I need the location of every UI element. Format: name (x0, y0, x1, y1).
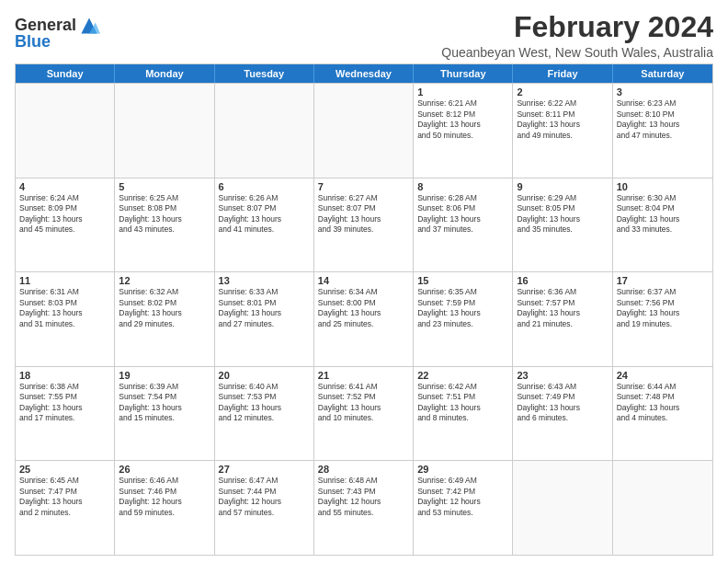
page: General Blue February 2024 Queanbeyan We… (0, 0, 728, 563)
day-info: Sunrise: 6:40 AMSunset: 7:53 PMDaylight:… (219, 382, 310, 424)
day-info: Sunrise: 6:27 AMSunset: 8:07 PMDaylight:… (318, 193, 409, 236)
day-number: 9 (517, 181, 608, 192)
calendar-week: 4Sunrise: 6:24 AMSunset: 8:09 PMDaylight… (16, 178, 712, 272)
calendar-header-cell: Thursday (414, 64, 513, 83)
calendar-cell: 29Sunrise: 6:49 AMSunset: 7:42 PMDayligh… (414, 461, 513, 555)
calendar-cell: 26Sunrise: 6:46 AMSunset: 7:46 PMDayligh… (115, 461, 214, 555)
calendar-cell: 1Sunrise: 6:21 AMSunset: 8:12 PMDaylight… (414, 84, 513, 178)
day-info: Sunrise: 6:46 AMSunset: 7:46 PMDaylight:… (119, 476, 210, 518)
calendar-cell: 17Sunrise: 6:37 AMSunset: 7:56 PMDayligh… (613, 272, 712, 366)
day-info: Sunrise: 6:44 AMSunset: 7:48 PMDaylight:… (617, 382, 709, 424)
calendar-cell: 27Sunrise: 6:47 AMSunset: 7:44 PMDayligh… (215, 461, 314, 555)
calendar-cell: 23Sunrise: 6:43 AMSunset: 7:49 PMDayligh… (513, 367, 612, 461)
calendar-cell: 19Sunrise: 6:39 AMSunset: 7:54 PMDayligh… (115, 367, 214, 461)
day-number: 27 (219, 464, 310, 475)
calendar-cell: 13Sunrise: 6:33 AMSunset: 8:01 PMDayligh… (215, 272, 314, 366)
day-number: 29 (417, 464, 508, 475)
day-info: Sunrise: 6:26 AMSunset: 8:07 PMDaylight:… (219, 193, 310, 236)
day-number: 1 (417, 86, 508, 98)
day-number: 24 (617, 370, 709, 381)
calendar-cell: 12Sunrise: 6:32 AMSunset: 8:02 PMDayligh… (115, 272, 214, 366)
calendar-week: 1Sunrise: 6:21 AMSunset: 8:12 PMDaylight… (16, 83, 712, 178)
day-number: 20 (219, 370, 310, 381)
calendar-cell: 14Sunrise: 6:34 AMSunset: 8:00 PMDayligh… (314, 272, 414, 366)
day-info: Sunrise: 6:31 AMSunset: 8:03 PMDaylight:… (19, 287, 110, 329)
calendar-header-cell: Sunday (16, 64, 115, 83)
day-info: Sunrise: 6:32 AMSunset: 8:02 PMDaylight:… (119, 287, 210, 329)
day-info: Sunrise: 6:21 AMSunset: 8:12 PMDaylight:… (417, 98, 508, 141)
day-info: Sunrise: 6:37 AMSunset: 7:56 PMDaylight:… (617, 287, 709, 329)
day-number: 11 (19, 275, 110, 286)
calendar-cell (115, 84, 214, 178)
calendar-cell (215, 84, 314, 178)
calendar-cell (513, 461, 612, 555)
calendar-cell: 15Sunrise: 6:35 AMSunset: 7:59 PMDayligh… (414, 272, 513, 366)
day-number: 28 (318, 464, 409, 475)
logo-icon (78, 15, 100, 37)
day-info: Sunrise: 6:30 AMSunset: 8:04 PMDaylight:… (617, 193, 709, 236)
calendar-week: 18Sunrise: 6:38 AMSunset: 7:55 PMDayligh… (16, 366, 712, 461)
day-number: 4 (19, 181, 110, 192)
calendar-header-cell: Monday (115, 64, 214, 83)
day-info: Sunrise: 6:45 AMSunset: 7:47 PMDaylight:… (19, 476, 110, 518)
day-number: 17 (617, 275, 709, 286)
calendar-cell: 3Sunrise: 6:23 AMSunset: 8:10 PMDaylight… (613, 84, 712, 178)
calendar-cell: 18Sunrise: 6:38 AMSunset: 7:55 PMDayligh… (16, 367, 115, 461)
day-info: Sunrise: 6:43 AMSunset: 7:49 PMDaylight:… (517, 382, 608, 424)
day-info: Sunrise: 6:39 AMSunset: 7:54 PMDaylight:… (119, 382, 210, 424)
day-number: 6 (219, 181, 310, 192)
day-info: Sunrise: 6:38 AMSunset: 7:55 PMDaylight:… (19, 382, 110, 424)
day-info: Sunrise: 6:49 AMSunset: 7:42 PMDaylight:… (417, 476, 508, 518)
day-info: Sunrise: 6:24 AMSunset: 8:09 PMDaylight:… (19, 193, 110, 236)
day-number: 8 (417, 181, 508, 192)
calendar-cell: 16Sunrise: 6:36 AMSunset: 7:57 PMDayligh… (513, 272, 612, 366)
day-info: Sunrise: 6:25 AMSunset: 8:08 PMDaylight:… (119, 193, 210, 236)
day-info: Sunrise: 6:29 AMSunset: 8:05 PMDaylight:… (517, 193, 608, 236)
subtitle: Queanbeyan West, New South Wales, Austra… (441, 45, 713, 60)
day-number: 14 (318, 275, 409, 286)
calendar-cell: 6Sunrise: 6:26 AMSunset: 8:07 PMDaylight… (215, 178, 314, 272)
calendar-cell: 21Sunrise: 6:41 AMSunset: 7:52 PMDayligh… (314, 367, 414, 461)
day-info: Sunrise: 6:28 AMSunset: 8:06 PMDaylight:… (417, 193, 508, 236)
day-info: Sunrise: 6:47 AMSunset: 7:44 PMDaylight:… (219, 476, 310, 518)
calendar-cell: 9Sunrise: 6:29 AMSunset: 8:05 PMDaylight… (513, 178, 612, 272)
day-info: Sunrise: 6:22 AMSunset: 8:11 PMDaylight:… (517, 98, 608, 141)
calendar-cell: 24Sunrise: 6:44 AMSunset: 7:48 PMDayligh… (613, 367, 712, 461)
day-number: 15 (417, 275, 508, 286)
calendar-cell: 25Sunrise: 6:45 AMSunset: 7:47 PMDayligh… (16, 461, 115, 555)
day-info: Sunrise: 6:33 AMSunset: 8:01 PMDaylight:… (219, 287, 310, 329)
calendar-body: 1Sunrise: 6:21 AMSunset: 8:12 PMDaylight… (16, 83, 712, 555)
calendar-header-cell: Friday (513, 64, 612, 83)
calendar-week: 11Sunrise: 6:31 AMSunset: 8:03 PMDayligh… (16, 271, 712, 366)
calendar-cell: 22Sunrise: 6:42 AMSunset: 7:51 PMDayligh… (414, 367, 513, 461)
calendar-cell: 2Sunrise: 6:22 AMSunset: 8:11 PMDaylight… (513, 84, 612, 178)
day-number: 23 (517, 370, 608, 381)
calendar-header-cell: Tuesday (215, 64, 314, 83)
day-number: 2 (517, 86, 608, 98)
header: General Blue February 2024 Queanbeyan We… (15, 11, 713, 60)
calendar-cell: 10Sunrise: 6:30 AMSunset: 8:04 PMDayligh… (613, 178, 712, 272)
day-number: 5 (119, 181, 210, 192)
day-number: 13 (219, 275, 310, 286)
calendar-cell: 8Sunrise: 6:28 AMSunset: 8:06 PMDaylight… (414, 178, 513, 272)
calendar-cell (314, 84, 414, 178)
day-number: 10 (617, 181, 709, 192)
calendar-header: SundayMondayTuesdayWednesdayThursdayFrid… (16, 64, 712, 83)
day-info: Sunrise: 6:48 AMSunset: 7:43 PMDaylight:… (318, 476, 409, 518)
day-number: 19 (119, 370, 210, 381)
calendar-header-cell: Wednesday (314, 64, 414, 83)
calendar-cell: 11Sunrise: 6:31 AMSunset: 8:03 PMDayligh… (16, 272, 115, 366)
day-number: 22 (417, 370, 508, 381)
calendar-cell (16, 84, 115, 178)
day-number: 16 (517, 275, 608, 286)
day-number: 26 (119, 464, 210, 475)
calendar-cell: 4Sunrise: 6:24 AMSunset: 8:09 PMDaylight… (16, 178, 115, 272)
day-info: Sunrise: 6:42 AMSunset: 7:51 PMDaylight:… (417, 382, 508, 424)
day-number: 12 (119, 275, 210, 286)
day-info: Sunrise: 6:41 AMSunset: 7:52 PMDaylight:… (318, 382, 409, 424)
day-number: 3 (617, 86, 709, 98)
day-info: Sunrise: 6:35 AMSunset: 7:59 PMDaylight:… (417, 287, 508, 329)
day-info: Sunrise: 6:34 AMSunset: 8:00 PMDaylight:… (318, 287, 409, 329)
calendar-week: 25Sunrise: 6:45 AMSunset: 7:47 PMDayligh… (16, 460, 712, 555)
calendar-cell: 5Sunrise: 6:25 AMSunset: 8:08 PMDaylight… (115, 178, 214, 272)
